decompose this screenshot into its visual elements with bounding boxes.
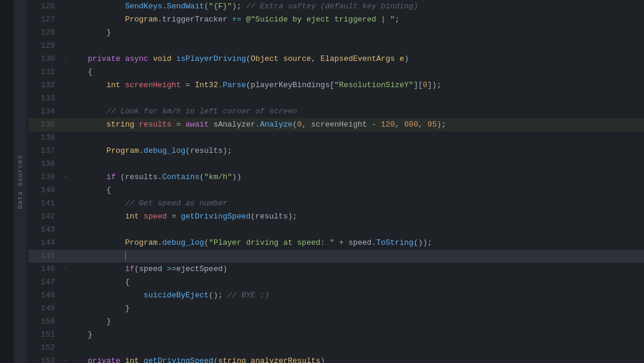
token-kw: if [106,173,116,182]
activity-bar [0,0,13,363]
token-plain [172,54,177,63]
token-punct: ( [213,356,218,363]
code-line: 142 int speed = getDrivingSpeed(results)… [29,210,644,223]
line-number: 153 [29,355,60,363]
token-num: 0 [297,120,302,129]
line-number: 135 [29,118,60,131]
code-line: 132 int screenHeight = Int32.Parse(playe… [29,79,644,92]
fold-indicator [60,105,69,118]
token-punct: ][ [413,81,423,90]
fold-indicator[interactable]: − [60,355,69,363]
token-plain [120,54,125,63]
code-line: 145 [29,250,644,263]
token-punct: } [125,304,130,313]
token-punct: [ [330,81,335,90]
fold-indicator[interactable]: − [60,263,69,276]
token-plain: ( [116,173,125,182]
token-var: screenHeight [125,81,181,90]
token-plain: screenHeight [311,120,367,129]
line-number: 131 [29,66,60,79]
code-line: 140 { [29,184,644,197]
fold-indicator [60,302,69,315]
line-number: 150 [29,315,60,328]
token-punct: ) [404,54,409,63]
fold-indicator[interactable]: − [60,53,69,66]
token-str: "{F}" [209,2,232,11]
line-content: if (results.Contains("km/h")) [69,171,242,184]
fold-indicator [60,210,69,223]
token-num: 95 [428,120,437,129]
line-number: 151 [29,328,60,342]
token-kw-type: string [106,120,134,129]
line-number: 128 [29,26,60,39]
token-plain [120,81,125,90]
token-punct: . [157,173,162,182]
token-fn: getDrivingSpeed [144,356,213,363]
fold-indicator [60,66,69,79]
fold-indicator [60,342,69,355]
token-plain [209,120,213,129]
line-number: 130 [29,53,60,66]
token-num: 600 [404,120,418,129]
code-line: 147 { [29,276,644,289]
token-kw-type: int [106,81,120,90]
line-content: suicideByEject(); // BYE :) [69,289,269,302]
line-content: } [69,302,129,315]
line-number: 145 [29,250,60,263]
fold-indicator [60,289,69,302]
token-cm: // BYE :) [222,291,269,300]
line-number: 143 [29,223,60,236]
token-op: > [167,264,172,273]
line-number: 152 [29,342,60,355]
line-number: 147 [29,276,60,289]
code-line: 137 Program.debug_log(results); [29,144,644,158]
token-punct: ) [223,264,228,273]
token-punct: ()); [413,238,432,247]
token-plain [395,54,400,63]
token-punct: . [255,120,260,129]
fold-indicator [60,250,69,263]
token-num: 0 [423,81,428,90]
token-fn: debug_log [162,238,204,247]
token-plain: speed [348,238,371,247]
token-plain: results [190,146,223,155]
line-content: int speed = getDrivingSpeed(results); [69,210,297,223]
fold-indicator [60,144,69,158]
token-param: e [400,54,404,63]
token-str: "ResolutionSizeY" [335,81,414,90]
line-content: Program.debug_log(results); [69,144,232,158]
token-op: += [232,15,242,24]
token-punct: ( [204,238,209,247]
token-kw: if [125,264,135,273]
token-kw-type: int [125,212,139,221]
line-number: 142 [29,210,60,223]
token-cm: // Extra saftey (default key binding) [242,2,418,11]
code-line: 129 [29,39,644,53]
fold-indicator [60,197,69,210]
line-number: 137 [29,144,60,158]
token-cls: ElapsedEventArgs [320,54,395,63]
fold-indicator [60,315,69,328]
token-num: 120 [381,120,395,129]
token-fn: suicideByEject [144,291,209,300]
token-kw: private [88,54,120,63]
token-param: analyzerResults [250,356,320,363]
line-number: 129 [29,39,60,53]
line-number: 148 [29,289,60,302]
line-content: private async void isPlayerDriving(Objec… [69,53,409,66]
fold-indicator[interactable]: − [60,171,69,184]
token-punct: . [157,238,162,247]
token-str: "Player driving at speed: " [209,238,335,247]
code-line: 148 suicideByEject(); // BYE :) [29,289,644,302]
token-kw-type: string [218,356,246,363]
token-punct: , [418,120,428,129]
token-plain: sAnalyzer [213,120,255,129]
token-punct: ( [185,146,190,155]
fold-indicator [60,184,69,197]
token-punct: ); [232,2,242,11]
token-punct: . [371,238,376,247]
code-line: 150 } [29,315,644,328]
token-punct: ( [250,212,255,221]
code-line: 138 [29,158,644,171]
token-kw: async [125,54,148,63]
